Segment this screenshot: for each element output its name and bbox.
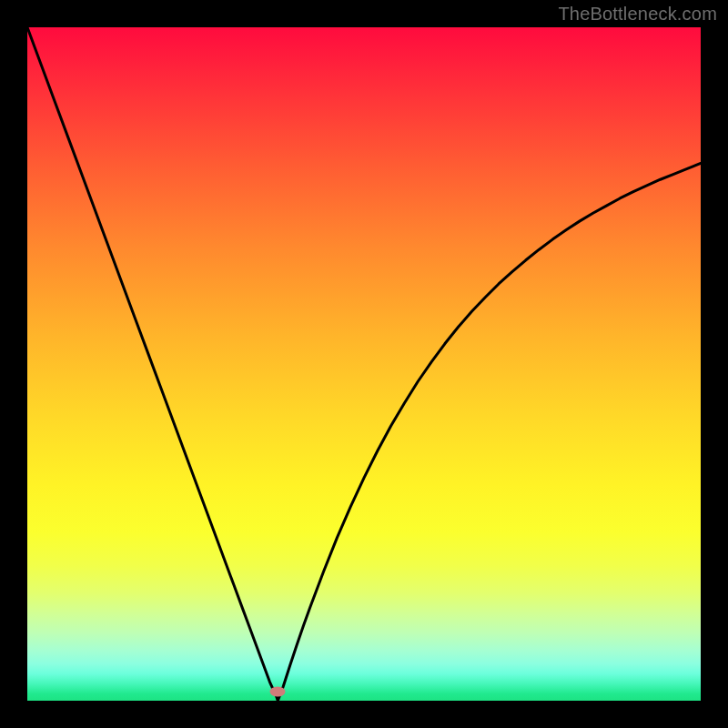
plot-area xyxy=(27,27,701,701)
watermark-text: TheBottleneck.com xyxy=(558,4,717,25)
chart-frame: TheBottleneck.com xyxy=(0,0,728,728)
optimal-point-marker xyxy=(270,687,286,697)
bottleneck-curve xyxy=(27,27,701,701)
